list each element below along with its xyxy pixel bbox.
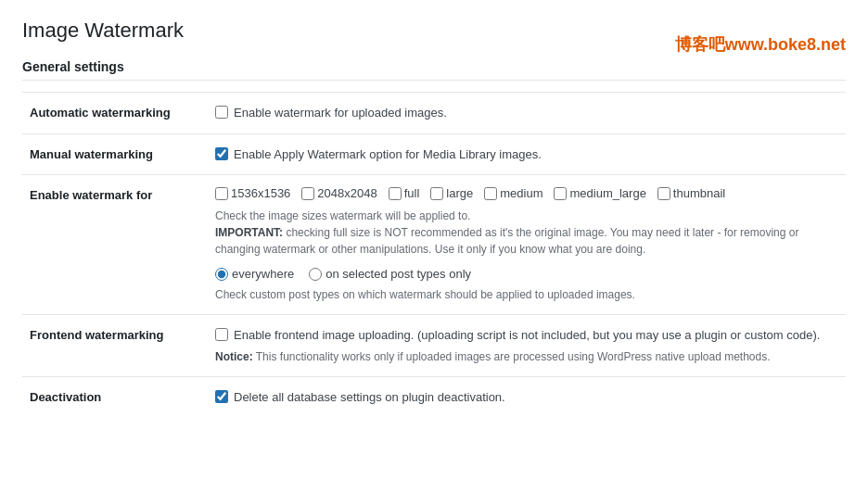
- automatic-watermarking-checkbox-label[interactable]: Enable watermark for uploaded images.: [234, 104, 447, 122]
- size-medium-large-item: medium_large: [554, 186, 645, 200]
- deactivation-checkbox-label[interactable]: Delete all database settings on plugin d…: [234, 388, 505, 407]
- image-sizes-help-line1: Check the image sizes watermark will be …: [215, 209, 470, 222]
- deactivation-field: Delete all database settings on plugin d…: [208, 376, 846, 417]
- deactivation-row: Deactivation Delete all database setting…: [22, 376, 846, 417]
- size-thumbnail-label[interactable]: thumbnail: [673, 186, 725, 200]
- frontend-notice-bold: Notice:: [215, 350, 253, 363]
- size-medium-item: medium: [484, 186, 542, 200]
- automatic-watermarking-row: Automatic watermarking Enable watermark …: [22, 93, 846, 134]
- manual-watermarking-row: Manual watermarking Enable Apply Waterma…: [22, 133, 846, 175]
- size-full-item: full: [389, 186, 420, 200]
- image-sizes-checkboxes: 1536x1536 2048x2048 full large: [215, 186, 838, 200]
- deactivation-checkbox-wrapper: Delete all database settings on plugin d…: [215, 388, 838, 407]
- enable-watermark-for-row: Enable watermark for 1536x1536 2048x2048…: [22, 175, 846, 315]
- watermark-scope-help: Check custom post types on which waterma…: [215, 286, 838, 303]
- watermark-scope-radios: everywhere on selected post types only: [215, 267, 838, 281]
- frontend-watermarking-field: Enable frontend image uploading. (upload…: [208, 315, 846, 377]
- settings-page: Image Watermark 博客吧www.boke8.net General…: [0, 0, 868, 480]
- manual-watermarking-checkbox-label[interactable]: Enable Apply Watermark option for Media …: [234, 145, 542, 164]
- size-thumbnail-checkbox[interactable]: [657, 187, 670, 200]
- frontend-watermarking-checkbox[interactable]: [215, 328, 228, 341]
- image-sizes-important-text: checking full size is NOT recommended as…: [215, 226, 798, 256]
- size-large-item: large: [430, 186, 473, 200]
- image-sizes-help: Check the image sizes watermark will be …: [215, 208, 838, 258]
- deactivation-label: Deactivation: [22, 376, 208, 417]
- radio-everywhere-item: everywhere: [215, 267, 294, 281]
- size-1536x1536-label[interactable]: 1536x1536: [231, 186, 290, 200]
- brand-text: 博客吧www.boke8.net: [675, 33, 846, 56]
- manual-watermarking-checkbox[interactable]: [215, 147, 228, 160]
- frontend-watermarking-checkbox-label[interactable]: Enable frontend image uploading. (upload…: [234, 326, 820, 345]
- enable-watermark-for-label: Enable watermark for: [22, 175, 208, 315]
- manual-watermarking-field: Enable Apply Watermark option for Media …: [208, 133, 846, 175]
- settings-table: Automatic watermarking Enable watermark …: [22, 92, 846, 417]
- frontend-notice: Notice: This functionality works only if…: [215, 348, 838, 365]
- manual-checkbox-wrapper: Enable Apply Watermark option for Media …: [215, 145, 838, 164]
- automatic-watermarking-label: Automatic watermarking: [22, 93, 208, 134]
- size-medium-checkbox[interactable]: [484, 187, 497, 200]
- size-large-label[interactable]: large: [446, 186, 473, 200]
- size-large-checkbox[interactable]: [430, 187, 443, 200]
- size-2048x2048-item: 2048x2048: [301, 186, 377, 200]
- general-settings-heading: General settings: [22, 59, 846, 81]
- size-medium-label[interactable]: medium: [500, 186, 542, 200]
- automatic-checkbox-wrapper: Enable watermark for uploaded images.: [215, 104, 838, 122]
- frontend-notice-text: This functionality works only if uploade…: [253, 350, 771, 363]
- manual-watermarking-label: Manual watermarking: [22, 133, 208, 175]
- radio-everywhere-label[interactable]: everywhere: [232, 267, 294, 281]
- size-2048x2048-label[interactable]: 2048x2048: [317, 186, 377, 200]
- frontend-checkbox-wrapper: Enable frontend image uploading. (upload…: [215, 326, 838, 345]
- size-full-label[interactable]: full: [404, 186, 420, 200]
- automatic-watermarking-field: Enable watermark for uploaded images.: [208, 93, 846, 134]
- radio-everywhere[interactable]: [215, 268, 228, 281]
- deactivation-checkbox[interactable]: [215, 390, 228, 403]
- image-sizes-important-bold: IMPORTANT:: [215, 226, 283, 239]
- enable-watermark-for-field: 1536x1536 2048x2048 full large: [208, 175, 846, 315]
- size-thumbnail-item: thumbnail: [657, 186, 725, 200]
- radio-selected-label[interactable]: on selected post types only: [326, 267, 471, 281]
- automatic-watermarking-checkbox[interactable]: [215, 106, 228, 119]
- frontend-watermarking-row: Frontend watermarking Enable frontend im…: [22, 315, 846, 377]
- size-2048x2048-checkbox[interactable]: [301, 187, 314, 200]
- size-full-checkbox[interactable]: [389, 187, 402, 200]
- frontend-watermarking-label: Frontend watermarking: [22, 315, 208, 377]
- radio-selected-item: on selected post types only: [309, 267, 471, 281]
- radio-selected-post-types[interactable]: [309, 268, 322, 281]
- size-1536x1536-checkbox[interactable]: [215, 187, 228, 200]
- size-1536x1536-item: 1536x1536: [215, 186, 290, 200]
- size-medium-large-label[interactable]: medium_large: [569, 186, 645, 200]
- size-medium-large-checkbox[interactable]: [554, 187, 567, 200]
